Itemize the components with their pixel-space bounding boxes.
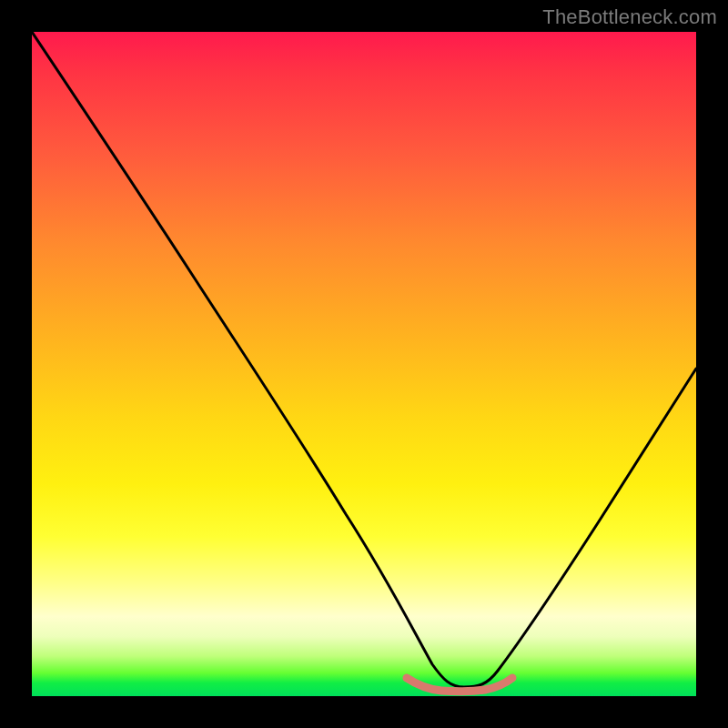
watermark-text: TheBottleneck.com — [542, 5, 717, 29]
chart-frame: TheBottleneck.com — [0, 0, 728, 728]
curve-layer — [32, 32, 696, 696]
bottleneck-curve — [32, 32, 696, 687]
floor-highlight — [407, 678, 512, 692]
plot-area — [32, 32, 696, 696]
